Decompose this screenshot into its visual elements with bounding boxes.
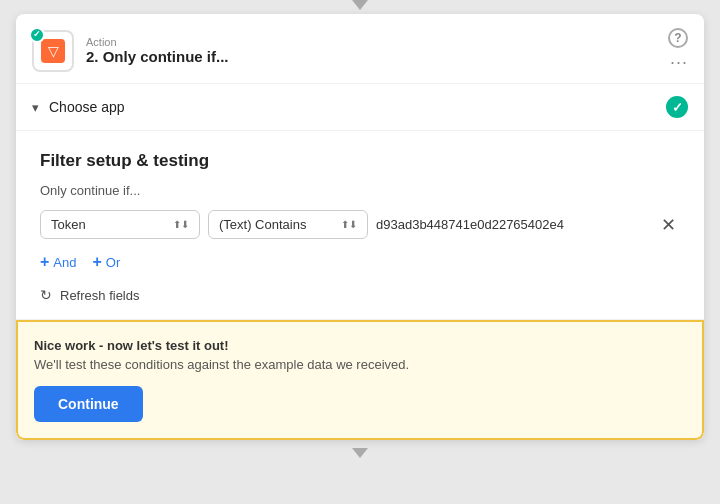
action-icon-wrapper: ▽ <box>32 30 74 72</box>
filter-icon: ▽ <box>48 43 59 59</box>
checkmark-badge <box>29 27 45 43</box>
choose-app-checkmark: ✓ <box>666 96 688 118</box>
more-options-icon[interactable]: ··· <box>670 52 688 73</box>
test-section: Nice work - now let's test it out! We'll… <box>16 320 704 440</box>
only-continue-label: Only continue if... <box>40 183 680 198</box>
help-icon[interactable]: ? <box>668 28 688 48</box>
header-icons: ? ··· <box>668 28 688 73</box>
refresh-row[interactable]: ↻ Refresh fields <box>40 287 680 303</box>
or-label: Or <box>106 255 120 270</box>
filter-row: Token ⬆⬇ (Text) Contains ⬆⬇ d93ad3b44874… <box>40 210 680 239</box>
continue-button[interactable]: Continue <box>34 386 143 422</box>
action-icon: ▽ <box>41 39 65 63</box>
remove-filter-button[interactable]: ✕ <box>657 214 680 236</box>
or-plus-icon: + <box>92 253 101 271</box>
action-card: ▽ Action 2. Only continue if... ? ··· ▾ … <box>16 14 704 440</box>
filter-field-select[interactable]: Token ⬆⬇ <box>40 210 200 239</box>
or-button[interactable]: + Or <box>92 253 120 271</box>
test-nice-text: Nice work - now let's test it out! <box>34 338 686 353</box>
filter-field-label: Token <box>51 217 86 232</box>
filter-condition-label: (Text) Contains <box>219 217 306 232</box>
filter-value: d93ad3b448741e0d22765402e4 <box>376 217 649 232</box>
and-button[interactable]: + And <box>40 253 76 271</box>
action-label: Action <box>86 36 668 48</box>
connector-arrow-top <box>352 0 368 10</box>
and-or-row: + And + Or <box>40 253 680 271</box>
choose-app-left: ▾ Choose app <box>32 99 125 115</box>
refresh-label: Refresh fields <box>60 288 139 303</box>
header-text: Action 2. Only continue if... <box>86 36 668 65</box>
chevron-down-icon: ▾ <box>32 100 39 115</box>
filter-condition-select[interactable]: (Text) Contains ⬆⬇ <box>208 210 368 239</box>
filter-setup-title: Filter setup & testing <box>40 151 680 171</box>
action-title: 2. Only continue if... <box>86 48 229 65</box>
filter-setup-section: Filter setup & testing Only continue if.… <box>16 131 704 320</box>
refresh-icon: ↻ <box>40 287 52 303</box>
condition-select-arrows-icon: ⬆⬇ <box>341 219 357 230</box>
connector-arrow-bottom <box>352 448 368 458</box>
and-label: And <box>53 255 76 270</box>
choose-app-section[interactable]: ▾ Choose app ✓ <box>16 84 704 131</box>
test-sub-text: We'll test these conditions against the … <box>34 357 686 372</box>
and-plus-icon: + <box>40 253 49 271</box>
card-header: ▽ Action 2. Only continue if... ? ··· <box>16 14 704 84</box>
select-arrows-icon: ⬆⬇ <box>173 219 189 230</box>
choose-app-label: Choose app <box>49 99 125 115</box>
